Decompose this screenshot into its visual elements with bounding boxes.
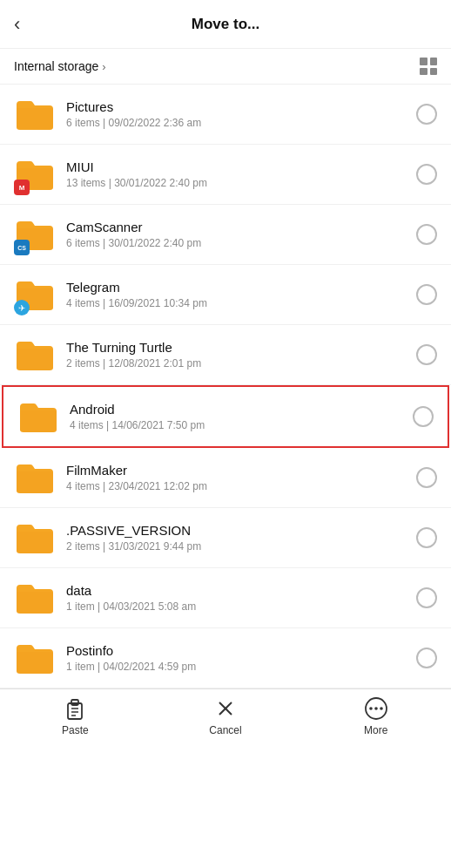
folder-meta: 6 items | 09/02/2022 2:36 am <box>66 117 406 129</box>
folder-select-radio[interactable] <box>416 224 437 245</box>
cancel-button[interactable]: Cancel <box>191 696 260 736</box>
folder-meta: 6 items | 30/01/2022 2:40 pm <box>66 237 406 249</box>
folder-name: CamScanner <box>66 220 406 234</box>
folder-info: Android 4 items | 14/06/2021 7:50 pm <box>70 402 402 431</box>
more-label: More <box>364 724 387 736</box>
svg-point-8 <box>369 707 373 710</box>
folder-icon <box>14 334 56 376</box>
folder-icon <box>14 93 56 135</box>
folder-name: Telegram <box>66 280 406 295</box>
folder-icon <box>14 517 56 559</box>
folder-info: MIUI 13 items | 30/01/2022 2:40 pm <box>66 159 406 189</box>
folder-info: Telegram 4 items | 16/09/2021 10:34 pm <box>66 280 406 309</box>
folder-select-radio[interactable] <box>416 344 437 365</box>
folder-item[interactable]: FilmMaker 4 items | 23/04/2021 12:02 pm <box>0 448 451 508</box>
folder-select-radio[interactable] <box>416 284 437 305</box>
folder-meta: 1 item | 04/03/2021 5:08 am <box>66 600 406 613</box>
folder-info: .PASSIVE_VERSION 2 items | 31/03/2021 9:… <box>66 523 406 553</box>
folder-name: MIUI <box>66 159 406 174</box>
folder-icon: M <box>14 153 56 195</box>
bottom-toolbar: Paste Cancel More <box>0 688 451 747</box>
folder-item[interactable]: M MIUI 13 items | 30/01/2022 2:40 pm <box>0 145 451 205</box>
folder-select-radio[interactable] <box>416 467 437 488</box>
header: ‹ Move to... <box>0 0 451 49</box>
cancel-label: Cancel <box>209 724 241 736</box>
folder-meta: 4 items | 14/06/2021 7:50 pm <box>70 419 402 431</box>
paste-button[interactable]: Paste <box>40 696 110 736</box>
folder-item[interactable]: Android 4 items | 14/06/2021 7:50 pm <box>2 385 449 448</box>
paste-label: Paste <box>62 724 89 736</box>
folder-info: FilmMaker 4 items | 23/04/2021 12:02 pm <box>66 463 406 492</box>
folder-icon <box>17 396 59 437</box>
folder-select-radio[interactable] <box>416 164 437 185</box>
folder-meta: 4 items | 23/04/2021 12:02 pm <box>66 480 406 492</box>
folder-select-radio[interactable] <box>416 648 437 668</box>
folder-item[interactable]: The Turning Turtle 2 items | 12/08/2021 … <box>0 325 451 385</box>
folder-icon: ✈ <box>14 274 56 315</box>
folder-icon <box>14 457 56 498</box>
folder-meta: 2 items | 31/03/2021 9:44 pm <box>66 540 406 553</box>
folder-name: .PASSIVE_VERSION <box>66 523 406 538</box>
more-button[interactable]: More <box>341 696 411 736</box>
cancel-icon <box>213 696 238 721</box>
svg-rect-1 <box>71 700 78 705</box>
folder-info: CamScanner 6 items | 30/01/2022 2:40 pm <box>66 220 406 249</box>
paste-icon <box>63 696 87 721</box>
svg-point-10 <box>380 707 383 710</box>
more-icon <box>364 696 388 721</box>
folder-meta: 13 items | 30/01/2022 2:40 pm <box>66 177 406 189</box>
breadcrumb-row: Internal storage › <box>0 49 451 85</box>
folder-meta: 2 items | 12/08/2021 2:01 pm <box>66 357 406 370</box>
folder-name: FilmMaker <box>66 463 406 478</box>
folder-item[interactable]: CS CamScanner 6 items | 30/01/2022 2:40 … <box>0 205 451 265</box>
folder-name: data <box>66 583 406 598</box>
folder-meta: 4 items | 16/09/2021 10:34 pm <box>66 297 406 309</box>
folder-icon: CS <box>14 214 56 255</box>
folder-item[interactable]: Postinfo 1 item | 04/02/2021 4:59 pm <box>0 628 451 688</box>
grid-view-icon[interactable] <box>420 58 437 75</box>
folder-info: Pictures 6 items | 09/02/2022 2:36 am <box>66 99 406 129</box>
folder-item[interactable]: data 1 item | 04/03/2021 5:08 am <box>0 568 451 628</box>
folder-meta: 1 item | 04/02/2021 4:59 pm <box>66 661 406 673</box>
folder-info: Postinfo 1 item | 04/02/2021 4:59 pm <box>66 643 406 673</box>
folder-name: Postinfo <box>66 643 406 658</box>
folder-name: Android <box>70 402 402 417</box>
folder-info: data 1 item | 04/03/2021 5:08 am <box>66 583 406 613</box>
folder-item[interactable]: .PASSIVE_VERSION 2 items | 31/03/2021 9:… <box>0 508 451 568</box>
folder-name: The Turning Turtle <box>66 340 406 355</box>
breadcrumb-path: Internal storage <box>14 59 98 73</box>
page-title: Move to... <box>192 16 259 33</box>
folder-info: The Turning Turtle 2 items | 12/08/2021 … <box>66 340 406 370</box>
svg-point-9 <box>374 707 378 710</box>
folder-item[interactable]: Pictures 6 items | 09/02/2022 2:36 am <box>0 85 451 145</box>
folder-select-radio[interactable] <box>416 527 437 548</box>
back-button[interactable]: ‹ <box>14 13 42 36</box>
folder-select-radio[interactable] <box>416 587 437 608</box>
folder-icon <box>14 637 56 679</box>
folder-select-radio[interactable] <box>416 104 437 125</box>
folder-select-radio[interactable] <box>413 406 434 427</box>
folder-name: Pictures <box>66 99 406 114</box>
folder-list: Pictures 6 items | 09/02/2022 2:36 am M … <box>0 85 451 688</box>
folder-icon <box>14 577 56 619</box>
breadcrumb-chevron-icon: › <box>102 60 105 73</box>
breadcrumb[interactable]: Internal storage › <box>14 59 106 73</box>
folder-item[interactable]: ✈ Telegram 4 items | 16/09/2021 10:34 pm <box>0 265 451 325</box>
